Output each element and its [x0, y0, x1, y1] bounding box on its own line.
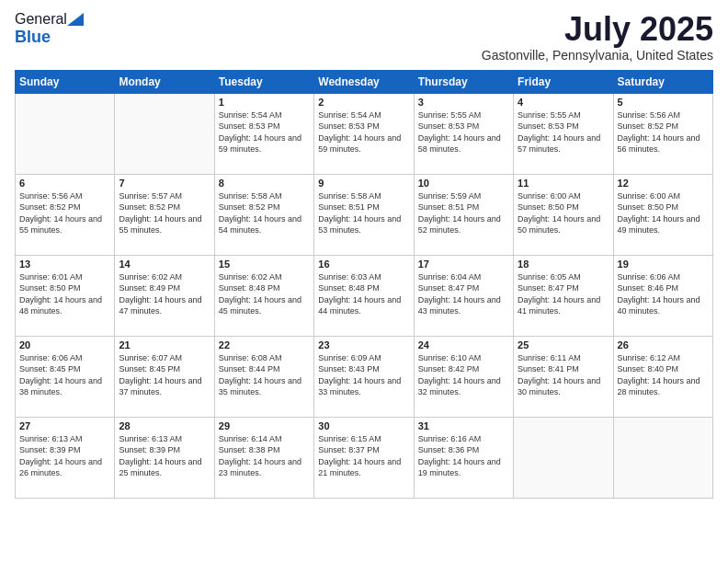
calendar-cell: 24Sunrise: 6:10 AM Sunset: 8:42 PM Dayli…: [414, 336, 513, 417]
col-thursday: Thursday: [414, 70, 513, 93]
col-saturday: Saturday: [613, 70, 712, 93]
cell-info: Sunrise: 6:02 AM Sunset: 8:48 PM Dayligh…: [219, 271, 310, 317]
location: Gastonville, Pennsylvania, United States: [482, 48, 713, 63]
cell-info: Sunrise: 5:59 AM Sunset: 8:51 PM Dayligh…: [418, 190, 509, 236]
day-number: 24: [418, 339, 509, 350]
cell-info: Sunrise: 5:54 AM Sunset: 8:53 PM Dayligh…: [318, 109, 409, 155]
calendar: Sunday Monday Tuesday Wednesday Thursday…: [15, 70, 713, 499]
calendar-cell: 23Sunrise: 6:09 AM Sunset: 8:43 PM Dayli…: [314, 336, 414, 417]
day-number: 18: [518, 259, 609, 270]
cell-info: Sunrise: 6:00 AM Sunset: 8:50 PM Dayligh…: [618, 190, 709, 236]
calendar-week-row: 27Sunrise: 6:13 AM Sunset: 8:39 PM Dayli…: [16, 417, 713, 498]
cell-info: Sunrise: 6:15 AM Sunset: 8:37 PM Dayligh…: [318, 433, 409, 479]
calendar-cell: 10Sunrise: 5:59 AM Sunset: 8:51 PM Dayli…: [414, 174, 513, 255]
day-number: 21: [119, 339, 210, 350]
cell-info: Sunrise: 6:12 AM Sunset: 8:40 PM Dayligh…: [618, 352, 709, 398]
calendar-cell: 17Sunrise: 6:04 AM Sunset: 8:47 PM Dayli…: [414, 255, 513, 336]
logo-triangle-icon: [67, 13, 84, 26]
calendar-cell: 28Sunrise: 6:13 AM Sunset: 8:39 PM Dayli…: [115, 417, 214, 498]
cell-info: Sunrise: 6:16 AM Sunset: 8:36 PM Dayligh…: [418, 433, 509, 479]
calendar-cell: 4Sunrise: 5:55 AM Sunset: 8:53 PM Daylig…: [514, 93, 613, 174]
col-wednesday: Wednesday: [314, 70, 414, 93]
cell-info: Sunrise: 5:56 AM Sunset: 8:52 PM Dayligh…: [19, 190, 110, 236]
cell-info: Sunrise: 6:11 AM Sunset: 8:41 PM Dayligh…: [518, 352, 609, 398]
calendar-cell: 11Sunrise: 6:00 AM Sunset: 8:50 PM Dayli…: [514, 174, 613, 255]
day-number: 20: [19, 339, 110, 350]
cell-info: Sunrise: 6:14 AM Sunset: 8:38 PM Dayligh…: [219, 433, 310, 479]
cell-info: Sunrise: 6:10 AM Sunset: 8:42 PM Dayligh…: [418, 352, 509, 398]
col-friday: Friday: [514, 70, 613, 93]
logo-general-text: General: [15, 11, 67, 28]
day-number: 6: [19, 178, 110, 189]
calendar-cell: 7Sunrise: 5:57 AM Sunset: 8:52 PM Daylig…: [115, 174, 214, 255]
cell-info: Sunrise: 5:55 AM Sunset: 8:53 PM Dayligh…: [518, 109, 609, 155]
calendar-cell: 30Sunrise: 6:15 AM Sunset: 8:37 PM Dayli…: [314, 417, 414, 498]
day-number: 26: [618, 339, 709, 350]
svg-marker-0: [67, 13, 84, 26]
cell-info: Sunrise: 6:05 AM Sunset: 8:47 PM Dayligh…: [518, 271, 609, 317]
cell-info: Sunrise: 6:00 AM Sunset: 8:50 PM Dayligh…: [518, 190, 609, 236]
calendar-cell: 6Sunrise: 5:56 AM Sunset: 8:52 PM Daylig…: [16, 174, 115, 255]
day-number: 14: [119, 259, 210, 270]
day-number: 12: [618, 178, 709, 189]
calendar-week-row: 6Sunrise: 5:56 AM Sunset: 8:52 PM Daylig…: [16, 174, 713, 255]
day-number: 29: [219, 420, 310, 431]
day-number: 30: [318, 420, 409, 431]
calendar-cell: 1Sunrise: 5:54 AM Sunset: 8:53 PM Daylig…: [214, 93, 313, 174]
calendar-cell: 25Sunrise: 6:11 AM Sunset: 8:41 PM Dayli…: [514, 336, 613, 417]
day-number: 11: [518, 178, 609, 189]
calendar-cell: [16, 93, 115, 174]
calendar-cell: 3Sunrise: 5:55 AM Sunset: 8:53 PM Daylig…: [414, 93, 513, 174]
cell-info: Sunrise: 5:54 AM Sunset: 8:53 PM Dayligh…: [219, 109, 310, 155]
col-monday: Monday: [115, 70, 214, 93]
logo: General Blue: [15, 11, 84, 47]
page: General Blue July 2025 Gastonville, Penn…: [0, 0, 728, 563]
col-tuesday: Tuesday: [214, 70, 313, 93]
header: General Blue July 2025 Gastonville, Penn…: [15, 11, 713, 63]
cell-info: Sunrise: 6:01 AM Sunset: 8:50 PM Dayligh…: [19, 271, 110, 317]
cell-info: Sunrise: 5:55 AM Sunset: 8:53 PM Dayligh…: [418, 109, 509, 155]
calendar-cell: 21Sunrise: 6:07 AM Sunset: 8:45 PM Dayli…: [115, 336, 214, 417]
cell-info: Sunrise: 5:57 AM Sunset: 8:52 PM Dayligh…: [119, 190, 210, 236]
day-number: 13: [19, 259, 110, 270]
calendar-cell: 12Sunrise: 6:00 AM Sunset: 8:50 PM Dayli…: [613, 174, 712, 255]
cell-info: Sunrise: 6:06 AM Sunset: 8:46 PM Dayligh…: [618, 271, 709, 317]
calendar-cell: 8Sunrise: 5:58 AM Sunset: 8:52 PM Daylig…: [214, 174, 313, 255]
calendar-cell: 29Sunrise: 6:14 AM Sunset: 8:38 PM Dayli…: [214, 417, 313, 498]
cell-info: Sunrise: 5:58 AM Sunset: 8:52 PM Dayligh…: [219, 190, 310, 236]
day-number: 16: [318, 259, 409, 270]
day-number: 9: [318, 178, 409, 189]
calendar-cell: 26Sunrise: 6:12 AM Sunset: 8:40 PM Dayli…: [613, 336, 712, 417]
cell-info: Sunrise: 6:02 AM Sunset: 8:49 PM Dayligh…: [119, 271, 210, 317]
cell-info: Sunrise: 6:09 AM Sunset: 8:43 PM Dayligh…: [318, 352, 409, 398]
calendar-cell: [115, 93, 214, 174]
calendar-cell: 15Sunrise: 6:02 AM Sunset: 8:48 PM Dayli…: [214, 255, 313, 336]
month-title: July 2025: [482, 11, 713, 48]
calendar-cell: 13Sunrise: 6:01 AM Sunset: 8:50 PM Dayli…: [16, 255, 115, 336]
cell-info: Sunrise: 6:03 AM Sunset: 8:48 PM Dayligh…: [318, 271, 409, 317]
cell-info: Sunrise: 6:13 AM Sunset: 8:39 PM Dayligh…: [119, 433, 210, 479]
col-sunday: Sunday: [16, 70, 115, 93]
day-number: 10: [418, 178, 509, 189]
calendar-cell: 2Sunrise: 5:54 AM Sunset: 8:53 PM Daylig…: [314, 93, 414, 174]
cell-info: Sunrise: 6:08 AM Sunset: 8:44 PM Dayligh…: [219, 352, 310, 398]
day-number: 15: [219, 259, 310, 270]
day-number: 4: [518, 97, 609, 108]
cell-info: Sunrise: 5:56 AM Sunset: 8:52 PM Dayligh…: [618, 109, 709, 155]
calendar-cell: 14Sunrise: 6:02 AM Sunset: 8:49 PM Dayli…: [115, 255, 214, 336]
day-number: 23: [318, 339, 409, 350]
logo-blue-text: Blue: [15, 28, 51, 46]
calendar-cell: 19Sunrise: 6:06 AM Sunset: 8:46 PM Dayli…: [613, 255, 712, 336]
calendar-cell: 9Sunrise: 5:58 AM Sunset: 8:51 PM Daylig…: [314, 174, 414, 255]
cell-info: Sunrise: 5:58 AM Sunset: 8:51 PM Dayligh…: [318, 190, 409, 236]
calendar-cell: 22Sunrise: 6:08 AM Sunset: 8:44 PM Dayli…: [214, 336, 313, 417]
calendar-cell: 5Sunrise: 5:56 AM Sunset: 8:52 PM Daylig…: [613, 93, 712, 174]
day-number: 31: [418, 420, 509, 431]
day-number: 19: [618, 259, 709, 270]
day-number: 1: [219, 97, 310, 108]
day-number: 2: [318, 97, 409, 108]
calendar-cell: 31Sunrise: 6:16 AM Sunset: 8:36 PM Dayli…: [414, 417, 513, 498]
calendar-week-row: 20Sunrise: 6:06 AM Sunset: 8:45 PM Dayli…: [16, 336, 713, 417]
calendar-header-row: Sunday Monday Tuesday Wednesday Thursday…: [16, 70, 713, 93]
day-number: 7: [119, 178, 210, 189]
